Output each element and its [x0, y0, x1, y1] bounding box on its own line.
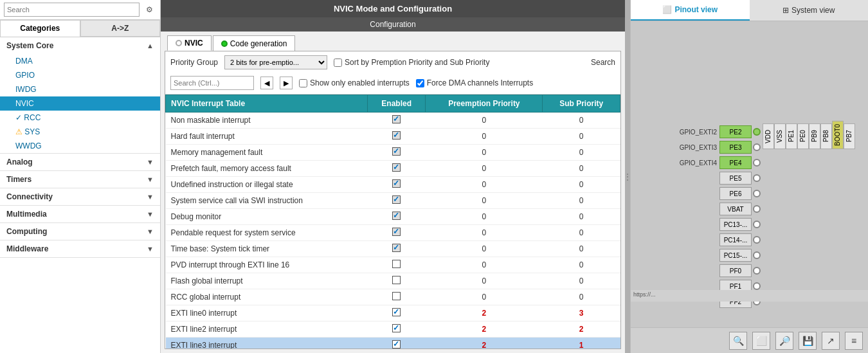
- interrupt-enabled[interactable]: [368, 145, 426, 161]
- table-row[interactable]: EXTI line0 interrupt23: [166, 305, 620, 321]
- table-row[interactable]: Time base: System tick timer00: [166, 241, 620, 257]
- sidebar-group-timers-header[interactable]: Timers: [0, 171, 160, 188]
- preemption-priority[interactable]: 0: [426, 289, 543, 305]
- interrupt-enabled[interactable]: [368, 113, 426, 129]
- interrupt-enabled[interactable]: [368, 193, 426, 209]
- zoom-in-button[interactable]: 🔎: [775, 332, 793, 350]
- nvic-search-input[interactable]: [170, 76, 254, 90]
- table-row[interactable]: Pendable request for system service00: [166, 225, 620, 241]
- sidebar-group-multimedia-header[interactable]: Multimedia: [0, 206, 160, 222]
- sub-priority[interactable]: 0: [543, 161, 620, 177]
- interrupt-enabled[interactable]: [368, 225, 426, 241]
- sidebar-item-rcc[interactable]: RCC: [0, 111, 160, 125]
- preemption-priority[interactable]: 2: [426, 338, 543, 349]
- interrupt-enabled[interactable]: [368, 305, 426, 321]
- sidebar-item-wwdg[interactable]: WWDG: [0, 139, 160, 153]
- table-row[interactable]: EXTI line3 interrupt21: [166, 338, 620, 349]
- table-row[interactable]: System service call via SWI instruction0…: [166, 193, 620, 209]
- preemption-priority[interactable]: 2: [426, 321, 543, 338]
- interrupt-enabled[interactable]: [368, 209, 426, 225]
- sub-priority[interactable]: 3: [543, 305, 620, 321]
- sort-premption-checkbox[interactable]: [334, 59, 342, 67]
- sidebar-group-connectivity-header[interactable]: Connectivity: [0, 188, 160, 205]
- pin-pf0[interactable]: PF0: [719, 264, 752, 277]
- tab-az[interactable]: A->Z: [80, 20, 161, 37]
- preemption-priority[interactable]: 0: [426, 113, 543, 129]
- interrupt-enabled[interactable]: [368, 241, 426, 257]
- preemption-priority[interactable]: 0: [426, 145, 543, 161]
- table-row[interactable]: Hard fault interrupt00: [166, 129, 620, 145]
- sidebar-item-dma[interactable]: DMA: [0, 54, 160, 68]
- sub-priority[interactable]: 0: [543, 289, 620, 305]
- preemption-priority[interactable]: 0: [426, 193, 543, 209]
- more-button[interactable]: ≡: [845, 332, 863, 350]
- priority-group-select[interactable]: 2 bits for pre-emptio...: [224, 55, 327, 69]
- pin-pe5[interactable]: PE5: [719, 172, 752, 185]
- tab-pinout-view[interactable]: ⬜ Pinout view: [631, 0, 750, 21]
- search-prev-button[interactable]: ◀: [260, 77, 273, 89]
- pin-pc15[interactable]: PC15-...: [719, 249, 752, 262]
- interrupt-enabled[interactable]: [368, 338, 426, 349]
- table-row[interactable]: Memory management fault00: [166, 145, 620, 161]
- pin-pc13[interactable]: PC13-...: [719, 218, 752, 231]
- preemption-priority[interactable]: 2: [426, 305, 543, 321]
- pin-pe4[interactable]: PE4: [719, 156, 752, 169]
- interrupt-enabled[interactable]: [368, 257, 426, 273]
- sub-priority[interactable]: 0: [543, 225, 620, 241]
- pin-pc14[interactable]: PC14-...: [719, 233, 752, 246]
- sub-priority[interactable]: 2: [543, 321, 620, 338]
- sub-priority[interactable]: 0: [543, 241, 620, 257]
- interrupt-enabled[interactable]: [368, 129, 426, 145]
- preemption-priority[interactable]: 0: [426, 225, 543, 241]
- sidebar-group-analog-header[interactable]: Analog: [0, 154, 160, 170]
- preemption-priority[interactable]: 0: [426, 161, 543, 177]
- show-enabled-checkbox[interactable]: [299, 79, 307, 87]
- sub-priority[interactable]: 1: [543, 338, 620, 349]
- sort-premption-checkbox-label[interactable]: Sort by Premption Priority and Sub Prior…: [334, 58, 489, 67]
- export-button[interactable]: ↗: [822, 332, 840, 350]
- pin-pe3[interactable]: PE3: [719, 141, 752, 154]
- sub-priority[interactable]: 0: [543, 209, 620, 225]
- interrupt-enabled[interactable]: [368, 289, 426, 305]
- preemption-priority[interactable]: 0: [426, 241, 543, 257]
- preemption-priority[interactable]: 0: [426, 257, 543, 273]
- table-row[interactable]: EXTI line2 interrupt22: [166, 321, 620, 338]
- gear-icon[interactable]: ⚙: [142, 3, 156, 17]
- interrupt-enabled[interactable]: [368, 161, 426, 177]
- sub-priority[interactable]: 0: [543, 129, 620, 145]
- sub-priority[interactable]: 0: [543, 177, 620, 193]
- sidebar-item-nvic[interactable]: NVIC: [0, 96, 160, 111]
- tab-code-generation[interactable]: Code generation: [213, 35, 296, 51]
- preemption-priority[interactable]: 0: [426, 177, 543, 193]
- sidebar-group-computing-header[interactable]: Computing: [0, 223, 160, 240]
- sidebar-group-system-core-header[interactable]: System Core: [0, 37, 160, 54]
- table-row[interactable]: PVD interrupt through EXTI line 1600: [166, 257, 620, 273]
- sidebar-search-input[interactable]: [4, 3, 140, 17]
- preemption-priority[interactable]: 0: [426, 129, 543, 145]
- interrupt-enabled[interactable]: [368, 321, 426, 338]
- pin-vbat[interactable]: VBAT: [719, 203, 752, 215]
- table-row[interactable]: Prefetch fault, memory access fault00: [166, 161, 620, 177]
- sub-priority[interactable]: 0: [543, 273, 620, 289]
- sidebar-item-iwdg[interactable]: IWDG: [0, 82, 160, 96]
- tab-categories[interactable]: Categories: [0, 20, 80, 37]
- zoom-out-button[interactable]: 🔍: [729, 332, 747, 350]
- sidebar-item-gpio[interactable]: GPIO: [0, 68, 160, 82]
- pin-pe6[interactable]: PE6: [719, 187, 752, 200]
- force-dma-checkbox[interactable]: [416, 79, 424, 87]
- table-row[interactable]: RCC global interrupt00: [166, 289, 620, 305]
- sub-priority[interactable]: 0: [543, 257, 620, 273]
- save-button[interactable]: 💾: [799, 332, 817, 350]
- preemption-priority[interactable]: 0: [426, 273, 543, 289]
- interrupt-enabled[interactable]: [368, 273, 426, 289]
- table-row[interactable]: Non maskable interrupt00: [166, 113, 620, 129]
- pin-pe2[interactable]: PE2: [719, 125, 752, 138]
- show-enabled-checkbox-label[interactable]: Show only enabled interrupts: [299, 78, 410, 87]
- interrupt-enabled[interactable]: [368, 177, 426, 193]
- sub-priority[interactable]: 0: [543, 113, 620, 129]
- sub-priority[interactable]: 0: [543, 193, 620, 209]
- sub-priority[interactable]: 0: [543, 145, 620, 161]
- search-next-button[interactable]: ▶: [280, 77, 293, 89]
- sidebar-group-middleware-header[interactable]: Middleware: [0, 240, 160, 257]
- table-row[interactable]: Flash global interrupt00: [166, 273, 620, 289]
